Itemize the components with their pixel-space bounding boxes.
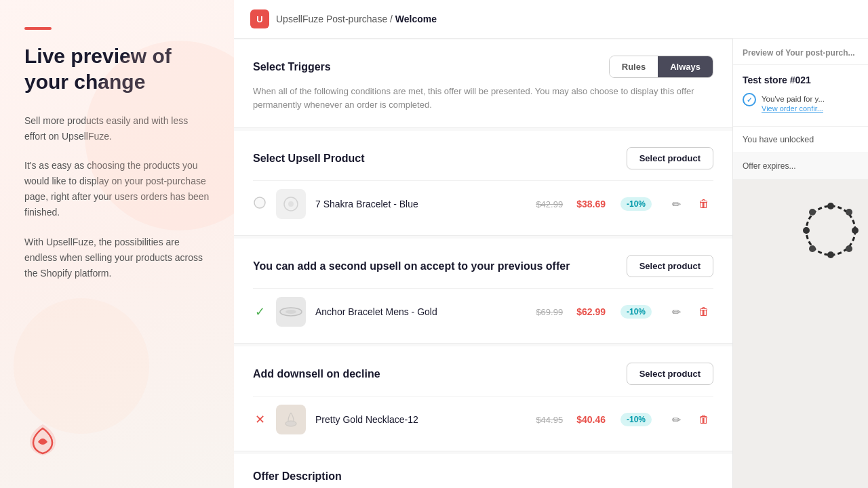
logo-area xyxy=(24,422,210,461)
upsell-product-row: 7 Shakra Bracelet - Blue $42.99 $38.69 -… xyxy=(253,180,713,219)
svg-point-0 xyxy=(254,197,265,208)
preview-store-card: Test store #021 You've paid for y... Vie… xyxy=(733,65,868,127)
downsell-status-icon: ✕ xyxy=(253,412,267,427)
left-para-3: With UpsellFuze, the possibilities are e… xyxy=(24,235,210,281)
upsell-original-price: $42.99 xyxy=(536,199,563,209)
downsell-edit-btn[interactable]: ✏ xyxy=(668,411,685,429)
preview-header: Preview of Your post-purch... xyxy=(733,39,868,65)
second-upsell-product-row: ✓ Anchor Bracelet Mens - Gold $69.99 $62… xyxy=(253,288,713,327)
second-upsell-product-name: Anchor Bracelet Mens - Gold xyxy=(315,306,526,317)
upsell-section: Select Upsell Product Select product 7 S… xyxy=(234,131,732,236)
check-circle-icon xyxy=(743,93,756,106)
svg-point-9 xyxy=(852,227,859,234)
preview-check-row: You've paid for y... View order confir..… xyxy=(743,92,859,113)
upsell-delete-btn[interactable]: 🗑 xyxy=(694,195,713,213)
second-upsell-header: You can add a second upsell on accept to… xyxy=(253,255,713,277)
downsell-original-price: $44.95 xyxy=(536,415,563,425)
second-upsell-original-price: $69.99 xyxy=(536,307,563,317)
downsell-product-img xyxy=(276,405,306,434)
upsell-product-img xyxy=(276,189,306,219)
downsell-section: Add downsell on decline Select product ✕… xyxy=(234,346,732,451)
always-toggle-btn[interactable]: Always xyxy=(658,56,713,77)
upsell-discount-badge: -10% xyxy=(620,197,652,211)
upsell-select-btn[interactable]: Select product xyxy=(627,147,713,169)
svg-point-12 xyxy=(809,245,816,252)
downsell-delete-btn[interactable]: 🗑 xyxy=(694,411,713,428)
second-upsell-select-btn[interactable]: Select product xyxy=(627,255,713,277)
triggers-section: Select Triggers Rules Always When all of… xyxy=(234,39,732,128)
svg-point-5 xyxy=(285,421,296,426)
breadcrumb-bar: U UpsellFuze Post-purchase / Welcome xyxy=(234,0,868,39)
downsell-title: Add downsell on decline xyxy=(253,368,380,380)
downsell-product-name: Pretty Gold Necklace-12 xyxy=(315,414,526,425)
downsell-discount-badge: -10% xyxy=(620,413,652,426)
svg-point-13 xyxy=(803,227,810,234)
left-panel-heading: Live preview of your change xyxy=(24,43,210,94)
offer-description-section: Offer Description This heading will appe… xyxy=(234,454,732,488)
preview-panel: Preview of Your post-purch... Test store… xyxy=(732,39,868,488)
preview-unlocked-text: You have unlocked xyxy=(733,127,868,153)
second-upsell-product-img xyxy=(276,297,306,327)
rules-toggle-btn[interactable]: Rules xyxy=(610,56,658,77)
second-upsell-title: You can add a second upsell on accept to… xyxy=(253,260,570,272)
downsell-product-row: ✕ Pretty Gold Necklace-12 $44.95 $40.46 … xyxy=(253,396,713,434)
second-upsell-delete-btn[interactable]: 🗑 xyxy=(694,303,713,321)
second-upsell-section: You can add a second upsell on accept to… xyxy=(234,239,732,344)
downsell-select-btn[interactable]: Select product xyxy=(627,363,713,385)
triggers-header: Select Triggers Rules Always xyxy=(253,56,713,78)
svg-point-11 xyxy=(827,251,834,258)
preview-view-order-link[interactable]: View order confir... xyxy=(762,104,825,113)
second-upsell-edit-btn[interactable]: ✏ xyxy=(668,303,685,321)
upsell-status-icon xyxy=(253,197,267,211)
preview-image-container xyxy=(733,180,868,488)
second-upsell-sale-price: $62.99 xyxy=(576,306,606,317)
bracelet-preview-svg xyxy=(800,200,861,261)
center-form[interactable]: Select Triggers Rules Always When all of… xyxy=(234,39,732,488)
second-upsell-status-icon: ✓ xyxy=(253,304,267,319)
svg-point-4 xyxy=(285,310,296,314)
brand-icon: U xyxy=(250,9,269,28)
upsellfulze-logo-icon xyxy=(24,422,61,458)
left-para-1: Sell more products easily and with less … xyxy=(24,113,210,144)
upsell-product-name: 7 Shakra Bracelet - Blue xyxy=(315,199,526,209)
svg-point-7 xyxy=(827,203,834,209)
left-para-2: It's as easy as choosing the products yo… xyxy=(24,158,210,220)
svg-point-8 xyxy=(846,209,852,216)
preview-offer-expires: Offer expires... xyxy=(733,153,868,180)
preview-paid-text: You've paid for y... xyxy=(762,95,825,103)
upsell-title: Select Upsell Product xyxy=(253,152,365,165)
svg-point-2 xyxy=(288,201,294,207)
downsell-sale-price: $40.46 xyxy=(576,414,606,425)
left-panel: Live preview of your change Sell more pr… xyxy=(0,0,234,488)
svg-point-10 xyxy=(846,245,852,252)
preview-store-name: Test store #021 xyxy=(743,75,859,85)
svg-point-14 xyxy=(809,209,816,216)
trigger-toggle-group[interactable]: Rules Always xyxy=(609,56,713,78)
second-upsell-discount-badge: -10% xyxy=(620,305,652,319)
triggers-title: Select Triggers xyxy=(253,61,331,73)
downsell-header: Add downsell on decline Select product xyxy=(253,363,713,385)
upsell-header: Select Upsell Product Select product xyxy=(253,147,713,169)
upsell-sale-price: $38.69 xyxy=(576,199,606,209)
accent-line xyxy=(24,27,52,30)
main-area: U UpsellFuze Post-purchase / Welcome Sel… xyxy=(234,0,868,488)
triggers-desc: When all of the following conditions are… xyxy=(253,85,713,111)
upsell-edit-btn[interactable]: ✏ xyxy=(668,195,685,214)
offer-desc-title: Offer Description xyxy=(253,470,342,482)
breadcrumb: UpsellFuze Post-purchase / Welcome xyxy=(276,14,437,24)
content-body: Select Triggers Rules Always When all of… xyxy=(234,39,868,488)
